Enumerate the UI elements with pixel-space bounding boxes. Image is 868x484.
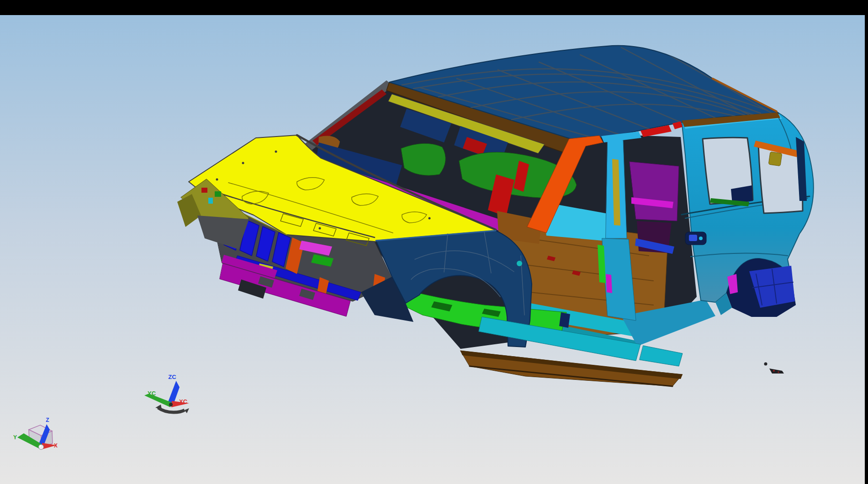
loose-part-red xyxy=(778,371,779,373)
clip-teal xyxy=(208,198,213,204)
abs-x-label: X xyxy=(54,442,58,449)
abs-y-label: Y xyxy=(13,434,17,441)
floor-navy-bit xyxy=(559,312,570,328)
wcs-y-label: YC xyxy=(148,390,156,397)
wcs-x-label: XC xyxy=(179,398,188,405)
abs-z-label: Z xyxy=(46,417,49,423)
loose-part-red xyxy=(773,370,775,372)
window-olive-tab xyxy=(768,152,782,166)
b-pillar-magenta-strip xyxy=(606,274,612,293)
rear-wheelhouse-trim xyxy=(630,162,679,221)
loose-part-dot xyxy=(764,363,767,366)
abs-origin-sphere xyxy=(39,445,44,450)
right-letterbox-bar xyxy=(865,0,868,484)
door-handle-blue xyxy=(689,235,697,241)
wcs-origin[interactable] xyxy=(169,403,173,406)
cad-window: ZC YC XC Z Y X xyxy=(0,0,868,484)
door-handle-dot xyxy=(699,237,703,240)
top-letterbox-bar xyxy=(0,0,868,15)
abs-origin-highlight xyxy=(39,445,41,447)
clip-red xyxy=(201,188,207,193)
wcs-z-label: ZC xyxy=(168,374,176,380)
clip-green xyxy=(215,191,221,197)
graphics-area: ZC YC XC Z Y X xyxy=(0,0,868,484)
fender-grommet xyxy=(517,261,522,266)
